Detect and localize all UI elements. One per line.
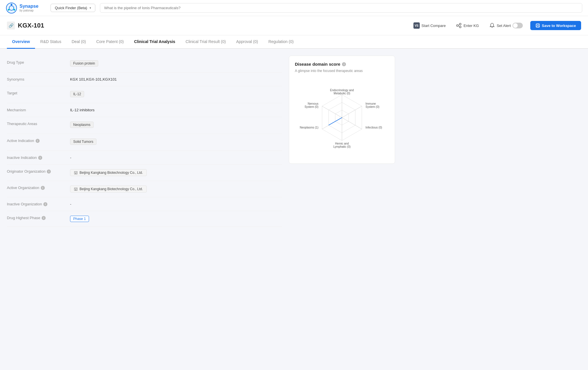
tab-approval[interactable]: Approval (0) bbox=[231, 35, 263, 49]
svg-point-4 bbox=[8, 9, 9, 11]
mechanism-value: IL-12 inhibitors bbox=[70, 108, 282, 112]
svg-text:Lymphatic (0): Lymphatic (0) bbox=[333, 145, 351, 148]
target-row: Target IL-12 bbox=[7, 86, 282, 103]
active-indication-row: Active Indication i Solid Tumors bbox=[7, 134, 282, 151]
svg-text:Metabolic (0): Metabolic (0) bbox=[334, 92, 350, 95]
active-org-name: Beijing Kangkang Biotechnology Co., Ltd. bbox=[80, 187, 143, 191]
tab-clinical-trial-analysis[interactable]: Clinical Trial Analysis bbox=[129, 35, 180, 49]
synonyms-value: KGX 101,KGX-101,KGX101 bbox=[70, 77, 282, 81]
set-alert-button[interactable]: Set Alert bbox=[486, 21, 526, 30]
building-icon-2 bbox=[74, 187, 78, 191]
disease-domain-title: Disease domain score i bbox=[295, 62, 389, 67]
synapse-logo-icon bbox=[6, 2, 17, 14]
svg-text:Nervous: Nervous bbox=[308, 102, 318, 105]
mechanism-row: Mechanism IL-12 inhibitors bbox=[7, 103, 282, 117]
svg-text:System (0): System (0) bbox=[305, 105, 318, 108]
drug-link-icon: 🔗 bbox=[7, 22, 15, 30]
radar-chart: Endocrinology and Metabolic (0) Immune S… bbox=[299, 80, 385, 155]
logo-synapse: Synapse bbox=[20, 4, 38, 9]
logo-bypatsnap: by patsnap bbox=[20, 9, 38, 12]
svg-point-10 bbox=[457, 25, 458, 26]
svg-point-2 bbox=[11, 4, 12, 5]
start-compare-button[interactable]: VS Start Compare bbox=[411, 21, 449, 30]
active-indication-tag: Solid Tumors bbox=[70, 139, 96, 145]
active-org-label: Active Organization i bbox=[7, 186, 70, 190]
svg-line-14 bbox=[458, 26, 459, 27]
drug-title: KGX-101 bbox=[18, 22, 44, 29]
chevron-down-icon: ▾ bbox=[90, 6, 91, 9]
active-org-row: Active Organization i Beijing Kangkang B… bbox=[7, 181, 282, 197]
disease-domain-card: Disease domain score i A glimpse into th… bbox=[289, 56, 395, 164]
save-workspace-label: Save to Workspace bbox=[542, 24, 576, 28]
drug-type-tag: Fusion protein bbox=[70, 60, 98, 67]
top-navigation: Synapse by patsnap Quick Finder (Beta) ▾ bbox=[0, 0, 588, 16]
disease-domain-info-icon[interactable]: i bbox=[342, 62, 346, 66]
therapeutic-areas-row: Therapeutic Areas Neoplasms bbox=[7, 117, 282, 134]
logo-text: Synapse by patsnap bbox=[20, 4, 38, 12]
svg-rect-24 bbox=[76, 188, 77, 189]
originator-org-value: Beijing Kangkang Biotechnology Co., Ltd. bbox=[70, 169, 282, 176]
mechanism-label: Mechanism bbox=[7, 108, 70, 112]
active-org-value: Beijing Kangkang Biotechnology Co., Ltd. bbox=[70, 186, 282, 192]
svg-rect-20 bbox=[76, 172, 77, 173]
building-icon bbox=[74, 171, 78, 175]
tab-clinical-trial-result[interactable]: Clinical Trial Result (0) bbox=[180, 35, 231, 49]
originator-org-info-icon[interactable]: i bbox=[47, 170, 51, 174]
svg-text:🔗: 🔗 bbox=[9, 23, 14, 28]
alert-icon bbox=[489, 23, 495, 28]
inactive-indication-row: Inactive Indication i - bbox=[7, 151, 282, 165]
drug-type-label: Drug Type bbox=[7, 60, 70, 65]
svg-text:Infectious (0): Infectious (0) bbox=[365, 126, 382, 129]
save-to-workspace-button[interactable]: Save to Workspace bbox=[530, 21, 581, 30]
svg-rect-21 bbox=[76, 173, 76, 174]
svg-point-3 bbox=[13, 9, 15, 11]
inactive-org-info-icon[interactable]: i bbox=[43, 202, 47, 206]
originator-org-tag[interactable]: Beijing Kangkang Biotechnology Co., Ltd. bbox=[70, 169, 147, 176]
target-label: Target bbox=[7, 91, 70, 95]
drug-actions: VS Start Compare Enter KG Set Alert bbox=[411, 21, 581, 30]
svg-text:Neoplasms (1): Neoplasms (1) bbox=[300, 126, 318, 129]
drug-highest-phase-info-icon[interactable]: i bbox=[42, 216, 46, 220]
tab-overview[interactable]: Overview bbox=[7, 35, 35, 49]
compare-icon: VS bbox=[413, 22, 420, 29]
svg-rect-23 bbox=[75, 188, 76, 189]
svg-rect-25 bbox=[76, 189, 76, 190]
tabs-bar: Overview R&D Status Deal (0) Core Patent… bbox=[0, 35, 588, 49]
quick-finder-button[interactable]: Quick Finder (Beta) ▾ bbox=[51, 4, 95, 12]
active-indication-info-icon[interactable]: i bbox=[36, 139, 40, 143]
alert-toggle[interactable] bbox=[512, 23, 523, 28]
tab-deal[interactable]: Deal (0) bbox=[66, 35, 91, 49]
tab-regulation[interactable]: Regulation (0) bbox=[263, 35, 299, 49]
active-org-info-icon[interactable]: i bbox=[41, 186, 45, 190]
svg-text:Endocrinology and: Endocrinology and bbox=[330, 89, 354, 92]
drug-type-row: Drug Type Fusion protein bbox=[7, 56, 282, 73]
start-compare-label: Start Compare bbox=[421, 24, 446, 28]
save-icon bbox=[535, 23, 540, 28]
active-org-tag[interactable]: Beijing Kangkang Biotechnology Co., Ltd. bbox=[70, 186, 147, 192]
inactive-indication-value: - bbox=[70, 155, 282, 160]
target-value: IL-12 bbox=[70, 91, 282, 98]
therapeutic-areas-value: Neoplasms bbox=[70, 122, 282, 129]
svg-line-7 bbox=[9, 9, 10, 9]
originator-org-name: Beijing Kangkang Biotechnology Co., Ltd. bbox=[80, 171, 143, 175]
logo: Synapse by patsnap bbox=[6, 2, 46, 14]
active-indication-label: Active Indication i bbox=[7, 139, 70, 143]
radar-chart-container: Endocrinology and Metabolic (0) Immune S… bbox=[295, 77, 389, 158]
svg-text:System (0): System (0) bbox=[365, 105, 379, 108]
tab-core-patent[interactable]: Core Patent (0) bbox=[91, 35, 129, 49]
originator-org-row: Originator Organization i Beijing Kangka… bbox=[7, 165, 282, 181]
inactive-indication-label: Inactive Indication i bbox=[7, 155, 70, 160]
svg-rect-17 bbox=[537, 26, 539, 27]
enter-kg-button[interactable]: Enter KG bbox=[453, 21, 481, 30]
inactive-org-row: Inactive Organization i - bbox=[7, 197, 282, 211]
svg-text:Immune: Immune bbox=[365, 102, 376, 105]
enter-kg-label: Enter KG bbox=[463, 24, 479, 28]
tab-rd-status[interactable]: R&D Status bbox=[35, 35, 66, 49]
search-input[interactable] bbox=[100, 3, 582, 13]
svg-point-12 bbox=[459, 26, 461, 28]
svg-line-6 bbox=[13, 9, 14, 9]
main-content: Drug Type Fusion protein Synonyms KGX 10… bbox=[0, 49, 402, 234]
inactive-indication-info-icon[interactable]: i bbox=[38, 156, 42, 160]
drug-highest-phase-tag: Phase 1 bbox=[70, 216, 89, 222]
therapeutic-areas-label: Therapeutic Areas bbox=[7, 122, 70, 126]
